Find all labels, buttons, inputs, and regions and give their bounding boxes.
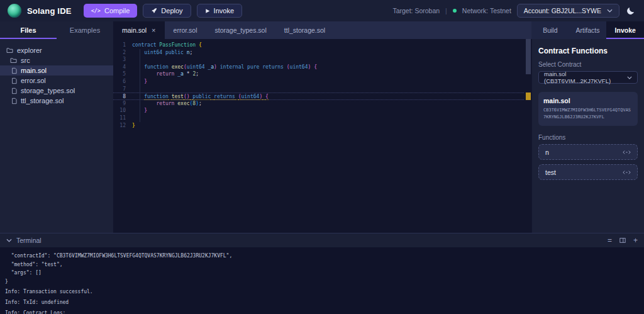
code-token: { bbox=[314, 64, 317, 70]
folder-icon bbox=[10, 57, 17, 64]
explorer-root-label: explorer bbox=[17, 47, 42, 54]
code-line-content: function test() public returns (uint64) … bbox=[132, 93, 269, 99]
terminal-header[interactable]: Terminal = + bbox=[0, 233, 644, 247]
code-icon: </> bbox=[91, 8, 101, 14]
code-line-content: } bbox=[132, 122, 135, 130]
main-area: explorer src main.solerror.solstorage_ty… bbox=[0, 39, 644, 233]
code-line-10[interactable]: 10 } bbox=[113, 107, 531, 115]
terminal-line: Info: Transaction successful. bbox=[5, 288, 644, 296]
contract-functions-panel: Contract Functions Select Contract main.… bbox=[531, 39, 644, 233]
sidebar-tabs: Files Examples bbox=[0, 21, 113, 39]
folder-src-label: src bbox=[21, 57, 30, 64]
terminal-output[interactable]: "contractId": "CB3T6VIMWZ7MIOFW3H6LTSVEF… bbox=[0, 247, 644, 314]
split-panel-icon[interactable] bbox=[619, 237, 626, 244]
network-status-dot bbox=[453, 9, 457, 13]
function-name: test bbox=[545, 169, 556, 176]
panel-tab-artifacts[interactable]: Artifacts bbox=[569, 21, 607, 39]
select-contract-label: Select Contract bbox=[538, 61, 638, 68]
code-line-7[interactable]: 7 bbox=[113, 86, 531, 93]
status-area: Target: Soroban | Network: Testnet Accou… bbox=[392, 4, 636, 18]
close-icon[interactable]: × bbox=[152, 27, 155, 34]
swap-arrows-icon bbox=[623, 150, 631, 155]
line-number: 4 bbox=[113, 64, 132, 71]
line-number: 1 bbox=[113, 42, 132, 49]
line-number: 12 bbox=[113, 122, 132, 130]
editor-tab-storage-types-sol[interactable]: storage_types.sol bbox=[206, 21, 275, 39]
code-line-4[interactable]: 4 function exec(uint64 _a) internal pure… bbox=[113, 64, 531, 71]
code-token: uint64 bbox=[144, 50, 162, 55]
code-token: ; bbox=[196, 71, 199, 77]
panel-tab-invoke[interactable]: Invoke bbox=[606, 21, 644, 39]
function-row-test[interactable]: test bbox=[538, 164, 638, 180]
invoke-button[interactable]: Invoke bbox=[197, 4, 242, 18]
theme-toggle[interactable] bbox=[625, 5, 636, 16]
brand: Solang IDE bbox=[8, 4, 72, 18]
code-token: exec bbox=[172, 64, 184, 70]
editor-tab-ttl-storage-sol[interactable]: ttl_storage.sol bbox=[275, 21, 334, 39]
functions-list: ntest bbox=[538, 144, 638, 180]
editor-tab-error-sol[interactable]: error.sol bbox=[165, 21, 206, 39]
editor-tab-main-sol[interactable]: main.sol× bbox=[113, 21, 165, 39]
code-token: test bbox=[172, 94, 184, 100]
code-line-12[interactable]: 12} bbox=[113, 122, 531, 130]
explorer-root-row[interactable]: explorer bbox=[0, 45, 113, 55]
file-item-storage-types-sol[interactable]: storage_types.sol bbox=[0, 86, 113, 96]
file-item-error-sol[interactable]: error.sol bbox=[0, 76, 113, 86]
app-title: Solang IDE bbox=[27, 6, 72, 16]
function-row-n[interactable]: n bbox=[538, 144, 638, 160]
code-token bbox=[132, 71, 157, 77]
folder-src-row[interactable]: src bbox=[0, 55, 113, 65]
file-item-label: error.sol bbox=[21, 77, 46, 84]
code-editor[interactable]: 1contract PassFunction {2 uint64 public … bbox=[113, 39, 531, 233]
new-terminal-icon[interactable]: + bbox=[633, 237, 638, 244]
minimize-icon[interactable]: = bbox=[608, 237, 612, 244]
code-token bbox=[169, 94, 172, 100]
terminal-line: } bbox=[5, 278, 644, 286]
status-separator: | bbox=[445, 7, 447, 14]
deploy-button[interactable]: Deploy bbox=[143, 4, 191, 18]
code-token bbox=[132, 79, 144, 84]
code-line-8[interactable]: 8 function test() public returns (uint64… bbox=[113, 93, 524, 100]
line-number: 5 bbox=[113, 70, 132, 78]
solang-logo-icon bbox=[8, 4, 21, 18]
overview-ruler bbox=[525, 39, 531, 233]
file-item-main-sol[interactable]: main.sol bbox=[0, 65, 113, 76]
contract-select[interactable]: main.sol (CB3T6VIM...2KJ7KVFL) bbox=[538, 71, 638, 84]
panel-tab-label: Artifacts bbox=[576, 26, 600, 34]
contract-id: CB3T6VIMWZ7MIOFW3H6LTSVEFG4QTQVAS7KRYNGJ… bbox=[543, 107, 633, 121]
code-token: } bbox=[144, 79, 147, 84]
panel-tab-label: Invoke bbox=[615, 26, 636, 34]
scrollbar-thumb[interactable] bbox=[526, 39, 531, 74]
compile-button[interactable]: </> Compile bbox=[84, 4, 138, 18]
line-number: 7 bbox=[113, 86, 132, 93]
code-token: public bbox=[192, 94, 211, 100]
chevron-down-icon bbox=[627, 76, 632, 79]
code-token bbox=[132, 64, 144, 70]
editor-tab-label: error.sol bbox=[174, 26, 197, 34]
account-select[interactable]: Account: GBJ2UL...SYWE bbox=[517, 4, 619, 18]
code-token: uint64 bbox=[241, 94, 259, 100]
panel-tab-build[interactable]: Build bbox=[531, 21, 569, 39]
swap-arrows-icon bbox=[623, 170, 631, 175]
moon-icon bbox=[626, 6, 635, 15]
file-item-ttl-storage-sol[interactable]: ttl_storage.sol bbox=[0, 96, 113, 106]
code-line-2[interactable]: 2 uint64 public n; bbox=[113, 49, 531, 57]
tab-files[interactable]: Files bbox=[0, 21, 57, 39]
terminal-line: Info: TxId: undefined bbox=[5, 298, 644, 307]
code-line-content: function exec(uint64 _a) internal pure r… bbox=[132, 64, 317, 71]
code-line-6[interactable]: 6 } bbox=[113, 78, 531, 86]
code-token: contract bbox=[132, 42, 157, 48]
file-item-label: storage_types.sol bbox=[21, 87, 75, 94]
code-line-1[interactable]: 1contract PassFunction { bbox=[113, 42, 531, 49]
line-number: 3 bbox=[113, 56, 132, 64]
code-line-11[interactable]: 11 bbox=[113, 115, 531, 122]
code-token: returns bbox=[262, 64, 284, 70]
code-token bbox=[235, 94, 238, 100]
code-line-5[interactable]: 5 return _a * 2; bbox=[113, 70, 531, 78]
account-label: Account: GBJ2UL...SYWE bbox=[524, 7, 601, 14]
play-icon bbox=[205, 8, 210, 14]
tab-examples[interactable]: Examples bbox=[57, 21, 113, 39]
code-line-9[interactable]: 9 return exec(8); bbox=[113, 100, 531, 108]
file-icon bbox=[11, 98, 17, 104]
code-line-3[interactable]: 3 bbox=[113, 56, 531, 64]
